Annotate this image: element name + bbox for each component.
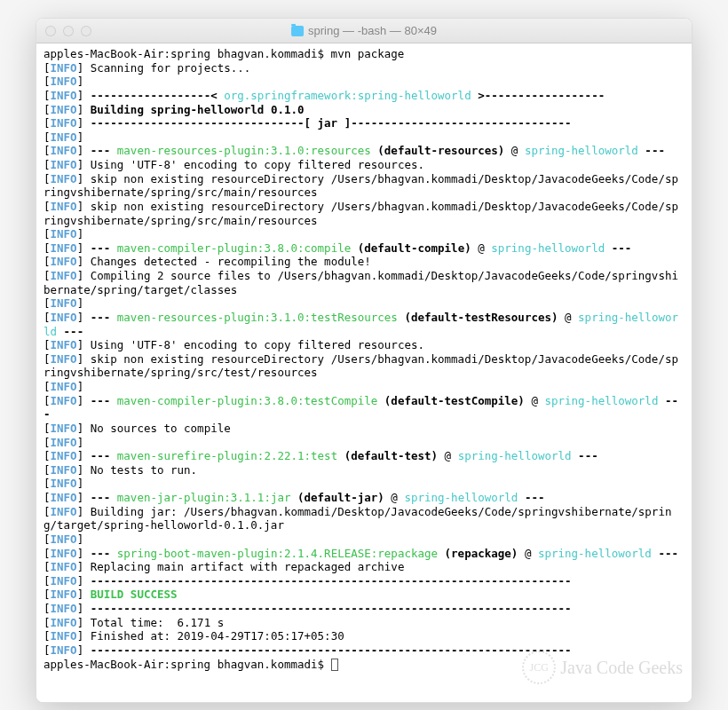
log-line: Using 'UTF-8' encoding to copy filtered … <box>91 338 424 351</box>
log-line: --- <box>91 144 117 157</box>
close-button[interactable] <box>45 26 56 36</box>
log-line: --------------------------------[ jar ]-… <box>83 116 571 130</box>
log-line: skip non existing resourceDirectory /Use… <box>44 352 678 380</box>
log-line: Building spring-helloworld 0.1.0 <box>91 103 305 116</box>
plugin-goal: (repackage) <box>438 547 518 560</box>
plugin-goal: (default-testResources) <box>398 311 558 324</box>
plugin-project: spring-helloworld <box>525 144 638 157</box>
log-line: ----------------------------------------… <box>83 574 571 588</box>
command-input: mvn package <box>331 47 405 60</box>
cursor <box>331 659 338 671</box>
plugin-name: maven-compiler-plugin:3.8.0:testCompile <box>117 394 378 407</box>
total-time: Total time: 6.171 s <box>91 616 225 629</box>
watermark-text: Java Code Geeks <box>560 657 683 679</box>
log-line: Replacing main artifact with repackaged … <box>91 560 405 573</box>
finished-at: Finished at: 2019-04-29T17:05:17+05:30 <box>91 629 344 643</box>
plugin-project: spring-helloworld <box>458 449 572 462</box>
plugin-name: maven-resources-plugin:3.1.0:testResourc… <box>117 311 398 324</box>
minimize-button[interactable] <box>63 26 74 36</box>
plugin-project: spring-helloworld <box>538 547 652 560</box>
log-line: Scanning for projects... <box>91 61 251 75</box>
plugin-project: spring-helloworld <box>544 394 658 407</box>
plugin-name: maven-surefire-plugin:2.22.1:test <box>117 449 337 462</box>
plugin-goal: (default-testCompile) <box>377 394 525 407</box>
traffic-lights <box>45 26 91 36</box>
log-line: ------------------< <box>83 89 224 102</box>
prompt-prefix: apples-MacBook-Air:spring bhagvan.kommad… <box>44 47 331 60</box>
plugin-goal: (default-test) <box>337 449 438 462</box>
prompt-end: apples-MacBook-Air:spring bhagvan.kommad… <box>44 658 331 671</box>
build-success: BUILD SUCCESS <box>91 588 178 601</box>
plugin-goal: (default-compile) <box>351 241 471 255</box>
log-line: Using 'UTF-8' encoding to copy filtered … <box>91 158 424 171</box>
plugin-project: spring-helloworld <box>491 241 605 255</box>
terminal-content[interactable]: apples-MacBook-Air:spring bhagvan.kommad… <box>36 43 692 702</box>
plugin-name: maven-jar-plugin:3.1.1:jar <box>117 491 291 504</box>
window-title: spring — -bash — 80×49 <box>308 24 437 37</box>
log-line: >------------------ <box>471 89 605 102</box>
log-line: ----------------------------------------… <box>83 602 571 615</box>
terminal-window: spring — -bash — 80×49 apples-MacBook-Ai… <box>36 18 692 703</box>
folder-icon <box>291 26 304 36</box>
plugin-name: maven-compiler-plugin:3.8.0:compile <box>117 241 351 255</box>
log-line: skip non existing resourceDirectory /Use… <box>44 200 678 227</box>
log-line: ----------------------------------------… <box>83 643 571 657</box>
project-name: org.springframework:spring-helloworld <box>224 89 471 102</box>
titlebar[interactable]: spring — -bash — 80×49 <box>36 19 692 43</box>
log-line: skip non existing resourceDirectory /Use… <box>44 172 678 200</box>
window-title-area: spring — -bash — 80×49 <box>291 24 437 37</box>
log-line: Compiling 2 source files to /Users/bhagv… <box>44 269 678 296</box>
plugin-name: maven-resources-plugin:3.1.0:resources <box>117 144 371 157</box>
log-line: Building jar: /Users/bhagvan.kommadi/Des… <box>44 505 671 532</box>
maximize-button[interactable] <box>81 26 91 36</box>
log-line: Changes detected - recompiling the modul… <box>91 255 371 268</box>
plugin-name: spring-boot-maven-plugin:2.1.4.RELEASE:r… <box>117 547 438 560</box>
plugin-goal: (default-resources) <box>371 144 505 157</box>
log-line: No tests to run. <box>91 463 197 477</box>
plugin-project: spring-helloworld <box>404 491 518 504</box>
plugin-goal: (default-jar) <box>290 491 384 504</box>
log-line: No sources to compile <box>91 422 231 435</box>
